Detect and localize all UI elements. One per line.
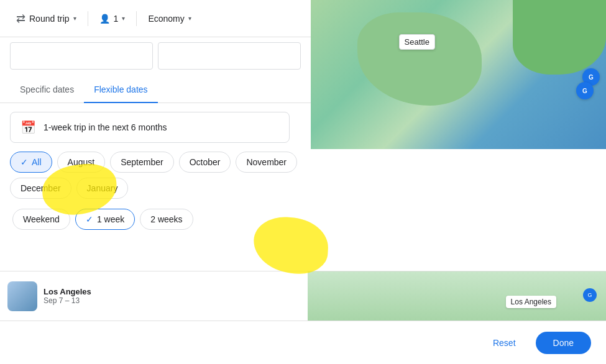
month-chip-december-label: December bbox=[21, 183, 61, 193]
check-icon-1week: ✓ bbox=[86, 214, 93, 224]
trip-type-chevron-icon: ▾ bbox=[73, 15, 76, 22]
duration-row: Weekend ✓ 1 week 2 weeks bbox=[10, 209, 301, 230]
tab-flexible-dates[interactable]: Flexible dates bbox=[84, 77, 157, 103]
trip-type-label: Round trip bbox=[29, 14, 70, 24]
tab-specific-dates[interactable]: Specific dates bbox=[10, 77, 84, 103]
price-badge-3: G bbox=[576, 82, 594, 99]
month-chip-december[interactable]: December bbox=[10, 178, 71, 199]
destination-input[interactable] bbox=[158, 42, 301, 70]
reset-button[interactable]: Reset bbox=[483, 333, 526, 353]
class-button[interactable]: Economy ▾ bbox=[142, 10, 197, 27]
duration-chip-weekend-label: Weekend bbox=[23, 214, 60, 224]
toolbar: ⇄ Round trip ▾ 👤 1 ▾ Economy ▾ bbox=[0, 0, 311, 37]
class-label: Economy bbox=[148, 14, 184, 24]
duration-chip-2weeks[interactable]: 2 weeks bbox=[140, 209, 193, 230]
passengers-button[interactable]: 👤 1 ▾ bbox=[93, 10, 132, 27]
toolbar-divider-2 bbox=[136, 11, 137, 26]
date-summary-text: 1-week trip in the next 6 months bbox=[44, 122, 167, 132]
month-chip-september-label: September bbox=[121, 157, 163, 167]
month-chip-november-label: November bbox=[246, 157, 287, 167]
toolbar-divider-1 bbox=[88, 11, 88, 26]
month-chip-september[interactable]: September bbox=[110, 152, 173, 173]
person-icon: 👤 bbox=[99, 14, 110, 24]
check-icon-all: ✓ bbox=[21, 157, 28, 167]
month-chip-august[interactable]: August bbox=[57, 152, 106, 173]
dest-date-la: Sep 7 – 13 bbox=[44, 296, 300, 305]
month-chip-all-label: All bbox=[32, 157, 42, 167]
price-badge-1: oze$310 bbox=[564, 37, 594, 60]
origin-input[interactable] bbox=[10, 42, 153, 70]
tabs-row: Specific dates Flexible dates bbox=[0, 77, 311, 103]
month-chip-october[interactable]: October bbox=[179, 152, 231, 173]
month-chip-all[interactable]: ✓ All bbox=[10, 152, 52, 173]
map-bottom: Los Angeles G bbox=[308, 271, 606, 321]
round-trip-icon: ⇄ bbox=[16, 12, 25, 25]
trip-type-button[interactable]: ⇄ Round trip ▾ bbox=[10, 8, 83, 29]
map-background: Seattle oze$310 G G bbox=[308, 0, 606, 149]
duration-chip-weekend[interactable]: Weekend bbox=[12, 209, 70, 230]
date-summary-box[interactable]: 📅 1-week trip in the next 6 months bbox=[10, 112, 290, 143]
destination-cards: Los Angeles Sep 7 – 13 bbox=[0, 271, 308, 321]
months-row: ✓ All August September October November … bbox=[10, 152, 301, 199]
la-map-label: Los Angeles bbox=[506, 296, 556, 308]
lv-dot-label: G bbox=[583, 288, 597, 302]
search-row bbox=[0, 37, 311, 75]
duration-chip-1week-label: 1 week bbox=[97, 214, 124, 224]
month-chip-january-label: January bbox=[87, 183, 118, 193]
class-chevron-icon: ▾ bbox=[188, 15, 191, 22]
chips-section: ✓ All August September October November … bbox=[0, 152, 311, 230]
month-chip-august-label: August bbox=[68, 157, 95, 167]
month-chip-november[interactable]: November bbox=[236, 152, 297, 173]
duration-chip-1week[interactable]: ✓ 1 week bbox=[75, 209, 135, 230]
dest-thumbnail-la bbox=[7, 281, 37, 311]
passengers-chevron-icon: ▾ bbox=[122, 15, 125, 22]
dest-name-la: Los Angeles bbox=[44, 287, 300, 296]
bottom-actions-bar: Reset Done bbox=[0, 321, 606, 364]
calendar-icon: 📅 bbox=[21, 120, 36, 135]
dest-info-la: Los Angeles Sep 7 – 13 bbox=[44, 287, 300, 305]
month-chip-january[interactable]: January bbox=[76, 178, 129, 199]
duration-chip-2weeks-label: 2 weeks bbox=[150, 214, 182, 224]
passengers-count: 1 bbox=[114, 14, 119, 24]
month-chip-october-label: October bbox=[190, 157, 221, 167]
seattle-label: Seattle bbox=[399, 34, 435, 50]
done-button[interactable]: Done bbox=[536, 332, 591, 354]
dest-card-la[interactable]: Los Angeles Sep 7 – 13 bbox=[0, 271, 308, 321]
